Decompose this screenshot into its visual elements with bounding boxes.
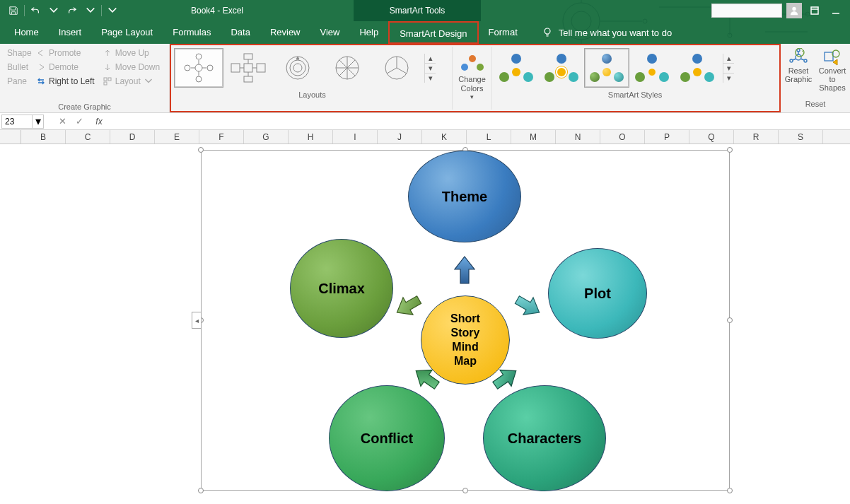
tab-format[interactable]: Format [479, 21, 528, 44]
convert-label: Convert to Shapes [817, 66, 847, 92]
account-avatar[interactable] [786, 3, 802, 18]
col-header[interactable]: R [734, 130, 779, 143]
tab-help[interactable]: Help [349, 21, 388, 44]
node-theme[interactable]: Theme [408, 151, 521, 242]
node-climax[interactable]: Climax [290, 239, 393, 338]
cmd-text-pane[interactable]: Pane [4, 75, 31, 88]
tab-view[interactable]: View [310, 21, 350, 44]
undo-button[interactable] [28, 3, 43, 18]
col-header[interactable]: P [645, 130, 689, 143]
worksheet[interactable]: ◂ Theme Climax Plot ShortStoryMindMap Co… [0, 144, 850, 504]
tab-review[interactable]: Review [260, 21, 310, 44]
group-create-graphic: Shape Bullet Pane Promote Demote Right t… [0, 44, 170, 112]
layout-radial-cluster[interactable] [273, 48, 322, 88]
group-label-layouts: Layouts [173, 89, 452, 99]
formula-enter[interactable]: ✓ [71, 115, 88, 129]
style-5[interactable] [675, 48, 720, 88]
tab-data[interactable]: Data [221, 21, 260, 44]
node-plot[interactable]: Plot [548, 248, 647, 339]
formula-cancel[interactable]: ✕ [54, 115, 71, 129]
resize-handle[interactable] [727, 147, 733, 153]
account-name-box[interactable] [711, 4, 782, 18]
name-box-dropdown[interactable]: ▾ [33, 115, 44, 129]
col-header[interactable]: H [289, 130, 333, 143]
node-characters[interactable]: Characters [483, 385, 606, 491]
save-button[interactable] [6, 3, 21, 18]
undo-dropdown[interactable] [46, 3, 62, 18]
style-3-selected[interactable] [584, 48, 629, 88]
tab-page-layout[interactable]: Page Layout [91, 21, 163, 44]
arrow-up-icon [452, 255, 477, 286]
document-title: Book4 - Excel [191, 6, 243, 16]
change-colors-button[interactable]: Change Colors ▾ [453, 47, 492, 110]
styles-scroll: ▴ ▾ ▾ [723, 54, 734, 83]
smartart-frame[interactable]: ◂ Theme Climax Plot ShortStoryMindMap Co… [201, 150, 730, 491]
ribbon-display-options[interactable] [806, 2, 823, 19]
resize-handle[interactable] [198, 488, 204, 493]
layout-diverging-radial[interactable] [174, 48, 223, 88]
redo-button[interactable] [64, 3, 80, 18]
col-header[interactable]: G [244, 130, 289, 143]
col-header[interactable]: N [556, 130, 600, 143]
tab-home[interactable]: Home [4, 21, 49, 44]
context-tool-label: SmartArt Tools [354, 0, 481, 21]
tab-insert[interactable]: Insert [49, 21, 92, 44]
group-label-styles: SmartArt Styles [492, 89, 778, 99]
layouts-scroll-down[interactable]: ▾ [425, 64, 436, 74]
reset-graphic-button[interactable]: Reset Graphic [784, 48, 813, 92]
insert-function[interactable]: fx [91, 115, 107, 129]
reset-graphic-label: Reset Graphic [784, 66, 813, 83]
resize-handle[interactable] [727, 488, 733, 493]
resize-handle[interactable] [198, 147, 204, 153]
svg-rect-17 [244, 54, 252, 59]
svg-point-13 [185, 65, 190, 71]
svg-rect-16 [244, 64, 252, 72]
group-label-reset: Reset [784, 98, 847, 108]
col-header[interactable]: S [779, 130, 823, 143]
layout-radial-cycle[interactable] [223, 48, 273, 88]
cmd-add-bullet: Bullet [4, 61, 31, 74]
node-conflict[interactable]: Conflict [329, 385, 445, 491]
styles-more[interactable]: ▾ [723, 74, 734, 83]
name-box[interactable]: 23 [1, 115, 33, 129]
convert-to-shapes-button[interactable]: Convert to Shapes [817, 48, 847, 92]
col-header[interactable]: I [333, 130, 378, 143]
col-header[interactable]: F [199, 130, 244, 143]
cmd-promote: Promote [34, 47, 98, 59]
redo-dropdown[interactable] [83, 3, 98, 18]
col-header[interactable]: K [422, 130, 467, 143]
col-header[interactable]: J [378, 130, 422, 143]
tab-smartart-design[interactable]: SmartArt Design [388, 21, 478, 44]
tell-me-search[interactable]: Tell me what you want to do [528, 26, 672, 40]
resize-handle[interactable] [727, 317, 733, 323]
svg-point-11 [195, 64, 202, 71]
text-pane-toggle[interactable]: ◂ [192, 312, 202, 329]
layouts-scroll-up[interactable]: ▴ [425, 54, 436, 64]
col-header[interactable]: D [110, 130, 155, 143]
layout-pie[interactable] [372, 48, 421, 88]
cmd-add-shape[interactable]: Shape [4, 47, 31, 59]
style-4[interactable] [629, 48, 675, 88]
col-header[interactable]: O [600, 130, 645, 143]
style-2[interactable] [539, 48, 584, 88]
tab-formulas[interactable]: Formulas [163, 21, 221, 44]
resize-handle[interactable] [462, 488, 468, 493]
cmd-right-to-left[interactable]: Right to Left [34, 75, 98, 88]
col-header[interactable]: Q [689, 130, 734, 143]
style-1[interactable] [494, 48, 539, 88]
col-header[interactable]: C [66, 130, 110, 143]
select-all-corner[interactable] [0, 130, 21, 143]
svg-point-22 [290, 60, 305, 76]
styles-scroll-down[interactable]: ▾ [723, 64, 734, 74]
node-center[interactable]: ShortStoryMindMap [421, 295, 510, 385]
styles-scroll-up[interactable]: ▴ [723, 54, 734, 64]
col-header[interactable]: E [155, 130, 199, 143]
col-header[interactable]: M [511, 130, 556, 143]
layouts-more[interactable]: ▾ [425, 74, 436, 83]
col-header[interactable]: B [21, 130, 66, 143]
minimize-button[interactable] [827, 2, 844, 19]
layouts-scroll: ▴ ▾ ▾ [424, 54, 436, 83]
col-header[interactable]: L [467, 130, 511, 143]
qat-customize[interactable] [105, 3, 120, 18]
layout-segmented-cycle[interactable] [322, 48, 372, 88]
